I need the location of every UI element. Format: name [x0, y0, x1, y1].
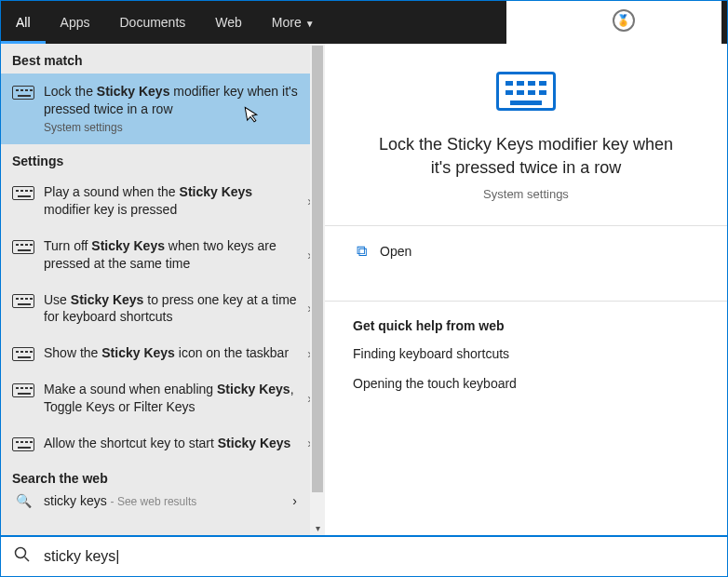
web-result[interactable]: 🔍 sticky keys - See web results › — [1, 491, 325, 512]
settings-result[interactable]: Play a sound when the Sticky Keys modifi… — [1, 174, 325, 228]
keyboard-icon — [496, 72, 556, 111]
result-title: Play a sound when the Sticky Keys modifi… — [44, 183, 299, 219]
scrollbar-thumb[interactable] — [312, 46, 323, 492]
keyboard-icon — [12, 383, 34, 397]
best-match-header: Best match — [1, 44, 325, 74]
settings-result[interactable]: Use Sticky Keys to press one key at a ti… — [1, 282, 325, 336]
result-title: Turn off Sticky Keys when two keys are p… — [44, 237, 299, 273]
help-link[interactable]: Opening the touch keyboard — [353, 376, 517, 391]
detail-subtitle: System settings — [483, 187, 569, 201]
settings-result[interactable]: Show the Sticky Keys icon on the taskbar… — [1, 335, 325, 371]
top-tabs: AllAppsDocumentsWebMore▼ — [1, 1, 330, 44]
chevron-down-icon: ▼ — [305, 19, 315, 29]
keyboard-icon — [12, 347, 34, 361]
open-icon: ⧉ — [357, 243, 367, 260]
help-link[interactable]: Finding keyboard shortcuts — [353, 346, 517, 361]
help-header: Get quick help from web — [353, 318, 505, 333]
keyboard-icon — [12, 186, 34, 200]
scroll-down-icon[interactable]: ▾ — [310, 520, 325, 535]
open-label: Open — [380, 244, 411, 259]
detail-title: Lock the Sticky Keys modifier key when i… — [368, 133, 684, 180]
svg-point-0 — [16, 548, 26, 558]
rewards-badge-icon[interactable]: 🏅 — [613, 9, 635, 32]
result-title: Use Sticky Keys to press one key at a ti… — [44, 291, 299, 327]
search-bar — [1, 535, 727, 576]
tab-apps[interactable]: Apps — [46, 1, 105, 44]
settings-results-list: Play a sound when the Sticky Keys modifi… — [1, 174, 325, 462]
keyboard-icon — [12, 240, 34, 254]
svg-line-1 — [25, 557, 30, 562]
keyboard-icon — [12, 437, 34, 451]
tab-more[interactable]: More▼ — [257, 1, 330, 44]
best-match-subtitle: System settings — [44, 120, 299, 135]
result-title: Allow the shortcut key to start Sticky K… — [44, 435, 299, 452]
search-input[interactable] — [44, 548, 714, 565]
keyboard-icon — [12, 294, 34, 308]
top-tab-bar: AllAppsDocumentsWebMore▼ 0 🏅 👤 ••• — [1, 1, 727, 44]
tab-all[interactable]: All — [1, 1, 46, 44]
web-result-text: sticky keys — [44, 493, 107, 508]
settings-result[interactable]: Turn off Sticky Keys when two keys are p… — [1, 228, 325, 282]
settings-result[interactable]: Make a sound when enabling Sticky Keys, … — [1, 371, 325, 425]
detail-panel: Lock the Sticky Keys modifier key when i… — [325, 44, 727, 535]
search-web-header: Search the web — [1, 462, 325, 491]
keyboard-icon — [12, 86, 34, 100]
chevron-right-icon: › — [292, 493, 297, 508]
settings-result[interactable]: Allow the shortcut key to start Sticky K… — [1, 425, 325, 462]
tab-web[interactable]: Web — [200, 1, 257, 44]
web-result-suffix: - See web results — [111, 495, 197, 508]
scrollbar[interactable]: ▾ — [310, 44, 325, 535]
best-match-result[interactable]: Lock the Sticky Keys modifier key when i… — [1, 74, 325, 144]
best-match-title: Lock the Sticky Keys modifier key when i… — [44, 83, 299, 118]
settings-header: Settings — [1, 144, 325, 174]
tab-documents[interactable]: Documents — [104, 1, 200, 44]
open-action[interactable]: ⧉ Open — [353, 226, 699, 276]
help-links: Finding keyboard shortcutsOpening the to… — [353, 346, 517, 406]
search-icon — [14, 546, 31, 567]
search-results-panel: Best match Lock the Sticky Keys modifier… — [1, 44, 325, 535]
result-title: Make a sound when enabling Sticky Keys, … — [44, 381, 299, 416]
search-icon: 🔍 — [12, 493, 34, 508]
result-title: Show the Sticky Keys icon on the taskbar — [44, 344, 299, 362]
